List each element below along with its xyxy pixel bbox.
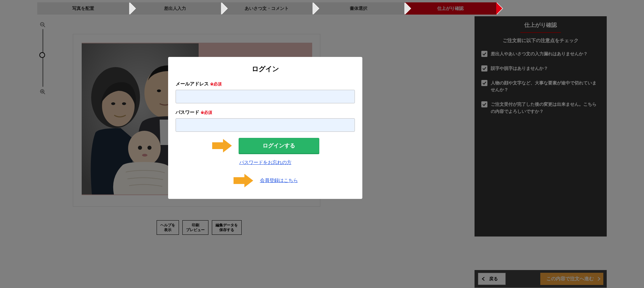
- email-label: メールアドレス※必須: [176, 81, 355, 87]
- password-input[interactable]: [176, 118, 355, 132]
- modal-title: ログイン: [176, 64, 355, 74]
- password-label: パスワード※必須: [176, 109, 355, 116]
- arrow-right-icon: [233, 173, 254, 188]
- login-button[interactable]: ログインする: [239, 138, 319, 153]
- arrow-right-icon: [212, 138, 233, 153]
- forgot-password-link[interactable]: パスワードをお忘れの方: [176, 160, 355, 166]
- register-link[interactable]: 会員登録はこちら: [260, 178, 298, 184]
- login-modal: ログイン メールアドレス※必須 パスワード※必須 ログインする パスワードをお忘…: [168, 57, 362, 199]
- email-input[interactable]: [176, 90, 355, 103]
